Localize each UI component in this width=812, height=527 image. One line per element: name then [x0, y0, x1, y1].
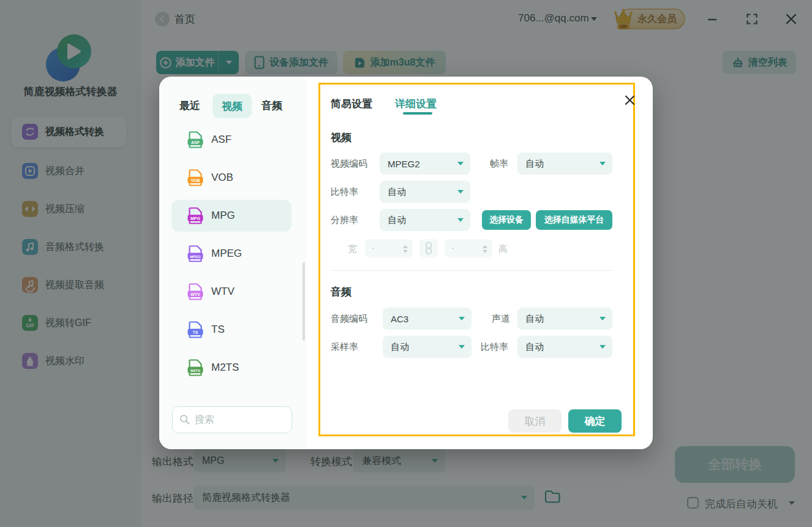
app-window: 简鹿视频格式转换器 视频格式转换 视频合并 视频压缩	[0, 0, 812, 527]
asf-file-icon: ASF	[186, 131, 205, 149]
format-name: M2TS	[211, 362, 239, 374]
tab-audio[interactable]: 音频	[261, 99, 282, 113]
format-item-ts[interactable]: TS TS	[171, 314, 291, 346]
audio-bitrate-label: 比特率	[481, 341, 508, 353]
audio-codec-label: 音频编码	[331, 313, 367, 325]
mpeg-file-icon: MPEG	[186, 245, 205, 263]
width-value: -	[372, 243, 375, 253]
svg-text:VOB: VOB	[190, 178, 200, 183]
format-name: VOB	[211, 172, 233, 184]
chevron-down-icon	[457, 218, 464, 225]
svg-text:TS: TS	[193, 330, 198, 335]
channel-label: 声道	[492, 313, 510, 325]
chevron-down-icon	[459, 345, 465, 352]
bitrate-select[interactable]: 自动	[380, 181, 470, 203]
format-item-wtv[interactable]: WTV WTV	[171, 276, 291, 308]
framerate-value: 自动	[525, 158, 544, 170]
mpg-file-icon: MPG	[186, 207, 205, 225]
samplerate-select[interactable]: 自动	[383, 336, 472, 358]
svg-text:MPEG: MPEG	[190, 255, 201, 259]
bitrate-value: 自动	[388, 186, 406, 198]
cancel-button[interactable]: 取消	[508, 409, 562, 433]
width-label: 宽	[348, 243, 357, 255]
video-codec-label: 视频编码	[331, 158, 367, 170]
chevron-down-icon	[457, 190, 464, 197]
samplerate-label: 采样率	[331, 341, 358, 353]
samplerate-value: 自动	[391, 341, 409, 353]
svg-text:MPG: MPG	[190, 216, 201, 221]
active-tab-underline	[403, 112, 432, 115]
vob-file-icon: VOB	[186, 169, 205, 187]
channel-select[interactable]: 自动	[517, 308, 612, 330]
select-device-button[interactable]: 选择设备	[482, 210, 531, 230]
height-label: 高	[498, 243, 508, 255]
format-name: MPG	[211, 210, 235, 222]
svg-text:WTV: WTV	[190, 292, 200, 297]
audio-section-title: 音频	[331, 285, 351, 299]
audio-codec-select[interactable]: AC3	[383, 308, 472, 330]
format-item-asf[interactable]: ASF ASF	[171, 124, 291, 156]
framerate-select[interactable]: 自动	[517, 153, 612, 175]
select-media-platform-button[interactable]: 选择自媒体平台	[536, 210, 612, 230]
audio-bitrate-value: 自动	[525, 341, 544, 353]
format-name: TS	[211, 324, 225, 336]
wtv-file-icon: WTV	[186, 282, 205, 301]
resolution-value: 自动	[388, 214, 406, 226]
height-value: -	[451, 243, 454, 253]
link-dimensions-button[interactable]	[419, 239, 438, 257]
resolution-select[interactable]: 自动	[380, 209, 470, 231]
format-item-vob[interactable]: VOB VOB	[171, 162, 291, 194]
format-name: WTV	[211, 286, 235, 298]
format-settings-modal: 最近 视频 音频 ASF ASF VOB VOB MPG	[159, 77, 653, 449]
close-modal-button[interactable]	[622, 93, 637, 107]
stepper-arrows-icon[interactable]	[403, 243, 408, 256]
ts-file-icon: TS	[186, 320, 205, 339]
stepper-arrows-icon[interactable]	[483, 243, 487, 256]
chevron-down-icon	[600, 162, 606, 169]
video-codec-value: MPEG2	[388, 159, 420, 169]
tab-video[interactable]: 视频	[212, 94, 252, 118]
m2ts-file-icon: M2TS	[186, 358, 205, 377]
video-codec-select[interactable]: MPEG2	[380, 153, 470, 175]
search-icon	[179, 414, 190, 425]
chain-link-icon	[424, 241, 434, 255]
chevron-down-icon	[457, 162, 464, 169]
audio-bitrate-select[interactable]: 自动	[517, 336, 612, 358]
close-icon	[624, 94, 636, 106]
chevron-down-icon	[459, 317, 465, 324]
format-item-mpg[interactable]: MPG MPG	[171, 200, 291, 232]
format-item-mpeg[interactable]: MPEG MPEG	[171, 238, 291, 270]
ok-button[interactable]: 确定	[568, 409, 622, 433]
svg-text:ASF: ASF	[191, 140, 200, 145]
framerate-label: 帧率	[490, 158, 508, 170]
chevron-down-icon	[600, 345, 606, 352]
height-stepper[interactable]: -	[445, 239, 492, 257]
format-item-m2ts[interactable]: M2TS M2TS	[171, 352, 291, 384]
svg-text:M2TS: M2TS	[190, 369, 200, 373]
channel-value: 自动	[525, 313, 544, 325]
section-divider	[331, 270, 612, 271]
audio-codec-value: AC3	[391, 314, 408, 324]
format-name: ASF	[211, 134, 231, 146]
format-list-scrollbar[interactable]	[303, 262, 305, 341]
resolution-label: 分辨率	[331, 214, 358, 226]
format-name: MPEG	[211, 248, 242, 260]
tab-recent[interactable]: 最近	[179, 99, 200, 113]
bitrate-label: 比特率	[331, 186, 358, 198]
chevron-down-icon	[600, 317, 606, 324]
video-section-title: 视频	[331, 131, 351, 145]
width-stepper[interactable]: -	[365, 239, 413, 257]
tab-simple-settings[interactable]: 简易设置	[331, 97, 372, 111]
tab-detail-settings[interactable]: 详细设置	[395, 97, 437, 111]
settings-panel-highlight	[318, 83, 635, 436]
search-input[interactable]	[172, 406, 292, 433]
